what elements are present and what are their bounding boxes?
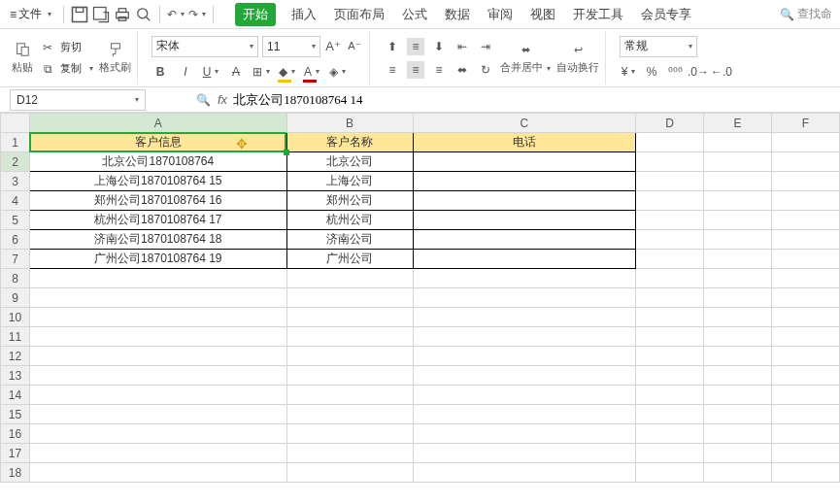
cell[interactable] [636, 191, 704, 211]
cell[interactable] [772, 366, 840, 386]
cell[interactable] [772, 405, 840, 424]
cell[interactable] [636, 366, 704, 386]
column-header-B[interactable]: B [286, 114, 413, 133]
tab-dev-tools[interactable]: 开发工具 [571, 2, 625, 27]
cell[interactable] [29, 366, 286, 386]
cell[interactable] [636, 463, 704, 483]
row-header[interactable]: 18 [1, 463, 30, 483]
cell[interactable] [772, 424, 840, 444]
format-painter-button[interactable]: 格式刷 [99, 41, 131, 75]
cell[interactable] [636, 424, 704, 444]
cell[interactable] [636, 308, 704, 327]
cell[interactable] [772, 191, 840, 211]
cell[interactable] [286, 308, 413, 327]
cell[interactable] [772, 250, 840, 269]
cell[interactable] [772, 152, 840, 172]
decrease-decimal-icon[interactable]: ←.0 [713, 63, 730, 81]
cell[interactable] [772, 133, 840, 152]
cell[interactable] [636, 288, 704, 308]
number-format-select[interactable]: 常规▾ [620, 36, 697, 57]
cell[interactable] [413, 308, 636, 327]
row-header[interactable]: 13 [1, 366, 30, 386]
cell[interactable] [772, 347, 840, 366]
cell[interactable] [286, 269, 413, 288]
cell[interactable] [286, 327, 413, 347]
cell[interactable] [636, 250, 704, 269]
print-preview-icon[interactable] [134, 5, 153, 24]
cell[interactable]: 广州公司1870108764 19 [29, 250, 286, 269]
cell[interactable]: 济南公司1870108764 18 [29, 230, 286, 250]
cell[interactable] [772, 308, 840, 327]
cell[interactable] [413, 444, 636, 463]
cell[interactable]: 上海公司1870108764 15 [29, 172, 286, 191]
cell[interactable] [636, 133, 704, 152]
font-color-icon[interactable]: A▾ [303, 63, 320, 81]
increase-decimal-icon[interactable]: .0→ [689, 63, 707, 81]
cell[interactable] [772, 288, 840, 308]
increase-font-icon[interactable]: A⁺ [324, 38, 342, 55]
clear-format-icon[interactable]: ◈▾ [328, 63, 346, 81]
cell[interactable] [704, 269, 772, 288]
fx-icon[interactable]: fx [218, 92, 227, 107]
cell[interactable] [413, 386, 636, 405]
paste-button[interactable]: 粘贴 [12, 41, 33, 75]
cell[interactable]: 济南公司 [286, 230, 413, 250]
align-center-icon[interactable]: ≡ [407, 61, 424, 79]
cell[interactable] [413, 288, 636, 308]
cell[interactable]: 上海公司 [286, 172, 413, 191]
cell[interactable] [413, 366, 636, 386]
cell[interactable] [29, 327, 286, 347]
column-header-D[interactable]: D [636, 114, 704, 133]
percent-icon[interactable]: % [643, 63, 660, 81]
cell[interactable] [772, 386, 840, 405]
tab-insert[interactable]: 插入 [289, 2, 319, 27]
currency-icon[interactable]: ¥▾ [620, 63, 637, 81]
cell[interactable]: 电话 [413, 133, 636, 152]
cell[interactable] [413, 463, 636, 483]
cell[interactable] [286, 386, 413, 405]
align-right-icon[interactable]: ≡ [430, 61, 448, 79]
cell[interactable]: 广州公司 [286, 250, 413, 269]
tab-view[interactable]: 视图 [528, 2, 557, 27]
cell[interactable] [636, 152, 704, 172]
tab-start[interactable]: 开始 [235, 3, 276, 26]
cell[interactable] [29, 444, 286, 463]
cell[interactable] [29, 424, 286, 444]
cell[interactable] [704, 366, 772, 386]
zoom-icon[interactable]: 🔍 [194, 91, 212, 109]
cell[interactable] [704, 211, 772, 230]
cell[interactable] [772, 269, 840, 288]
cell[interactable] [413, 405, 636, 424]
cell[interactable] [704, 152, 772, 172]
cell[interactable] [286, 405, 413, 424]
cell[interactable] [413, 269, 636, 288]
row-header[interactable]: 7 [1, 250, 30, 269]
row-header[interactable]: 14 [1, 386, 30, 405]
cell[interactable] [286, 347, 413, 366]
tab-page-layout[interactable]: 页面布局 [332, 2, 386, 27]
cell[interactable] [286, 366, 413, 386]
copy-button[interactable]: ⧉复制▾ [39, 60, 93, 78]
cell[interactable] [413, 230, 636, 250]
formula-input[interactable] [233, 92, 719, 108]
cell[interactable] [772, 444, 840, 463]
align-middle-icon[interactable]: ≡ [407, 38, 424, 55]
align-left-icon[interactable]: ≡ [384, 61, 401, 79]
cell[interactable]: 郑州公司1870108764 16 [29, 191, 286, 211]
cell[interactable]: 郑州公司 [286, 191, 413, 211]
cell[interactable] [413, 191, 636, 211]
cell[interactable] [29, 463, 286, 483]
tab-review[interactable]: 审阅 [486, 2, 515, 27]
column-header-C[interactable]: C [413, 114, 636, 133]
cell[interactable] [29, 308, 286, 327]
undo-icon[interactable]: ↶▾ [166, 5, 185, 24]
row-header[interactable]: 17 [1, 444, 30, 463]
cell[interactable]: 客户信息 [29, 133, 286, 152]
cell[interactable] [413, 152, 636, 172]
cell[interactable] [636, 230, 704, 250]
cell[interactable] [29, 386, 286, 405]
row-header[interactable]: 5 [1, 211, 30, 230]
cell[interactable] [772, 172, 840, 191]
increase-indent-icon[interactable]: ⇥ [477, 38, 494, 55]
row-header[interactable]: 11 [1, 327, 30, 347]
